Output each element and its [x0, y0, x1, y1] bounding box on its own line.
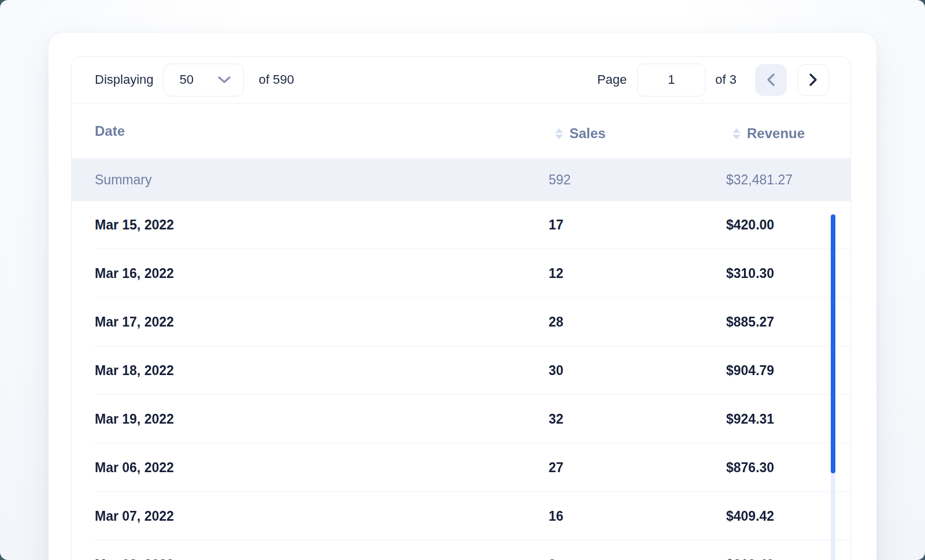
column-header-revenue: Revenue [726, 120, 850, 142]
table-row: Mar 15, 2022 17 $420.00 [72, 201, 850, 249]
sales-cell: 32 [549, 411, 726, 427]
sales-cell: 27 [549, 460, 726, 476]
revenue-header-label: Revenue [747, 125, 805, 142]
summary-sales-value: 592 [549, 172, 726, 188]
sort-arrows-icon [555, 128, 563, 139]
summary-revenue-value: $32,481.27 [726, 172, 850, 188]
table-row: Mar 06, 2022 27 $876.30 [72, 444, 850, 492]
sales-cell: 30 [549, 363, 726, 379]
page-size-select[interactable]: 50 [163, 64, 244, 97]
table-row: Mar 17, 2022 28 $885.27 [72, 298, 850, 346]
sales-cell: 28 [549, 314, 726, 330]
chevron-down-icon [218, 76, 231, 84]
table-row: Mar 19, 2022 32 $924.31 [72, 395, 850, 443]
table-header-row: Date Sales Revenue [72, 103, 850, 158]
sales-sort-control[interactable]: Sales [555, 125, 606, 142]
data-table-panel: Displaying 50 of 590 Page of 3 [71, 56, 851, 560]
page-number-input[interactable] [637, 64, 705, 97]
page-size-value: 50 [180, 72, 194, 87]
chevron-left-icon [767, 73, 775, 86]
sales-cell: 12 [549, 266, 726, 281]
date-cell: Mar 19, 2022 [95, 411, 549, 427]
content-card: Displaying 50 of 590 Page of 3 [49, 33, 876, 560]
display-controls: Displaying 50 of 590 [95, 64, 294, 97]
page-background: Displaying 50 of 590 Page of 3 [0, 0, 925, 560]
table-row: Mar 07, 2022 16 $409.42 [72, 492, 850, 540]
table-body: Mar 15, 2022 17 $420.00 Mar 16, 2022 12 … [72, 201, 850, 560]
total-count-label: of 590 [259, 72, 294, 87]
date-cell: Mar 07, 2022 [95, 509, 549, 524]
date-cell: Mar 18, 2022 [95, 363, 549, 379]
date-cell: Mar 16, 2022 [95, 266, 549, 281]
revenue-sort-control[interactable]: Revenue [732, 125, 805, 142]
displaying-label: Displaying [95, 72, 154, 87]
sort-arrows-icon [732, 128, 741, 139]
date-cell: Mar 08, 2022 [95, 557, 549, 560]
next-page-button[interactable] [797, 64, 829, 96]
sales-cell: 9 [549, 557, 726, 560]
sales-cell: 16 [549, 509, 726, 524]
sales-header-label: Sales [569, 125, 606, 142]
column-header-sales: Sales [549, 120, 726, 142]
pagination-controls: Page of 3 [597, 64, 829, 97]
summary-label: Summary [95, 172, 549, 188]
chevron-right-icon [809, 73, 817, 86]
table-row: Mar 08, 2022 9 $219.49 [72, 541, 850, 560]
total-pages-label: of 3 [715, 72, 737, 87]
summary-row: Summary 592 $32,481.27 [72, 158, 850, 201]
page-label: Page [597, 72, 627, 87]
table-row: Mar 18, 2022 30 $904.79 [72, 347, 850, 395]
table-toolbar: Displaying 50 of 590 Page of 3 [72, 57, 850, 103]
column-header-date: Date [95, 123, 549, 139]
table-row: Mar 16, 2022 12 $310.30 [72, 250, 850, 298]
date-header-label: Date [95, 123, 125, 139]
date-cell: Mar 06, 2022 [95, 460, 549, 476]
scrollbar-thumb[interactable] [831, 214, 835, 473]
date-cell: Mar 15, 2022 [95, 217, 549, 233]
previous-page-button[interactable] [755, 64, 787, 96]
date-cell: Mar 17, 2022 [95, 314, 549, 330]
sales-cell: 17 [549, 217, 726, 233]
